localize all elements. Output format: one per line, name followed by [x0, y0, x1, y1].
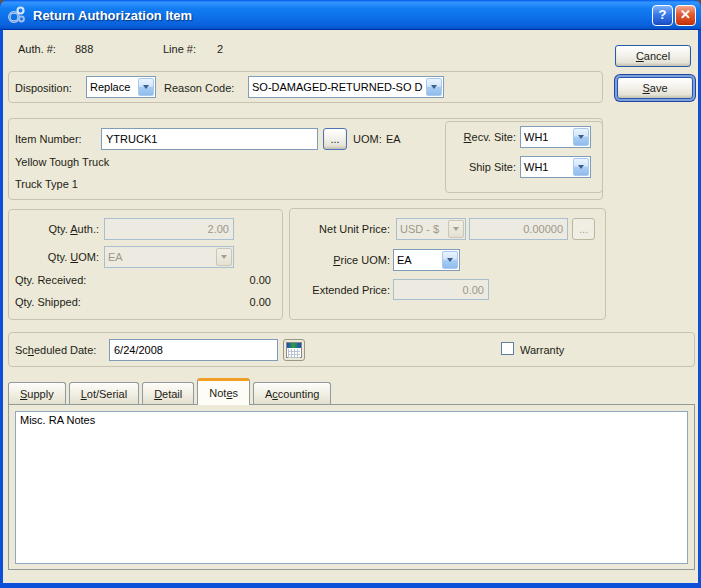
tab-detail-label: Detail	[154, 388, 182, 400]
schedule-group: Scheduled Date: Warranty	[8, 332, 695, 367]
qty-received-value: 0.00	[189, 274, 271, 286]
tab-supply[interactable]: Supply	[8, 382, 66, 404]
chevron-down-icon	[442, 251, 458, 269]
qty-uom-label: Qty. UOM:	[15, 251, 99, 263]
qty-uom-select: EA	[104, 246, 234, 268]
qty-shipped-value: 0.00	[189, 296, 271, 308]
item-group: Item Number: ... UOM: EA Yellow Tough Tr…	[8, 118, 603, 200]
item-number-input[interactable]	[101, 128, 318, 150]
app-gears-icon	[6, 4, 28, 26]
cancel-button[interactable]: Cancel	[615, 45, 691, 67]
qty-group: Qty. Auth.: Qty. UOM: EA Qty. Received: …	[8, 209, 283, 320]
tab-notes-label: Notes	[209, 387, 238, 399]
price-group: Net Unit Price: USD - $ ... Price UOM: E…	[289, 208, 606, 320]
ship-site-select[interactable]: WH1	[520, 156, 591, 178]
tab-accounting-label: Accounting	[265, 388, 319, 400]
item-browse-button[interactable]: ...	[323, 128, 347, 150]
price-uom-select[interactable]: EA	[393, 249, 460, 271]
save-button[interactable]: Save	[617, 77, 693, 99]
close-button[interactable]: ✕	[675, 5, 696, 26]
scheduled-date-input[interactable]	[109, 339, 278, 361]
auth-number-label: Auth. #:	[18, 43, 56, 55]
tab-lot-serial-label: Lot/Serial	[81, 388, 127, 400]
notes-textarea[interactable]: Misc. RA Notes	[15, 411, 688, 564]
net-unit-price-input	[469, 218, 568, 240]
qty-shipped-label: Qty. Shipped:	[15, 296, 81, 308]
close-icon: ✕	[680, 7, 691, 22]
qty-auth-input	[104, 218, 234, 240]
uom-label: UOM:	[353, 133, 382, 145]
titlebar: Return Authorization Item ? ✕	[0, 0, 701, 30]
tab-detail[interactable]: Detail	[142, 382, 194, 404]
notes-tab-panel: Misc. RA Notes	[8, 404, 695, 570]
qty-uom-value: EA	[105, 251, 216, 263]
return-authorization-item-window: Return Authorization Item ? ✕ Auth. #: 8…	[0, 0, 701, 588]
tab-supply-label: Supply	[20, 388, 54, 400]
reason-code-label: Reason Code:	[164, 82, 234, 94]
sites-frame: Recv. Site: WH1 Ship Site: WH1	[445, 121, 603, 193]
help-button[interactable]: ?	[652, 5, 673, 26]
chevron-down-icon	[216, 248, 232, 266]
extended-price-label: Extended Price:	[296, 284, 390, 296]
currency-value: USD - $	[397, 223, 448, 235]
item-number-label: Item Number:	[15, 133, 82, 145]
line-number-label: Line #:	[163, 43, 196, 55]
auth-number-value: 888	[75, 43, 93, 55]
item-description-line1: Yellow Tough Truck	[15, 156, 109, 168]
warranty-checkbox[interactable]	[501, 342, 514, 355]
scheduled-date-label: Scheduled Date:	[15, 344, 96, 356]
item-description-line2: Truck Type 1	[15, 178, 78, 190]
recv-site-value: WH1	[521, 131, 573, 143]
ship-site-value: WH1	[521, 161, 573, 173]
warranty-label: Warranty	[520, 344, 564, 356]
price-uom-label: Price UOM:	[296, 254, 390, 266]
disposition-label: Disposition:	[15, 82, 72, 94]
dialog-body: Auth. #: 888 Line #: 2 Cancel Save Dispo…	[3, 30, 698, 583]
titlebar-buttons: ? ✕	[652, 5, 696, 26]
line-number-value: 2	[217, 43, 223, 55]
tab-lot-serial[interactable]: Lot/Serial	[69, 382, 139, 404]
net-unit-price-label: Net Unit Price:	[296, 223, 390, 235]
window-title: Return Authorization Item	[33, 8, 652, 23]
chevron-down-icon	[573, 128, 589, 146]
disposition-select[interactable]: Replace	[86, 76, 156, 98]
recv-site-select[interactable]: WH1	[520, 126, 591, 148]
chevron-down-icon	[138, 78, 154, 96]
price-uom-value: EA	[394, 254, 442, 266]
question-icon: ?	[659, 7, 667, 22]
qty-auth-label: Qty. Auth.:	[15, 223, 99, 235]
price-browse-button: ...	[572, 218, 595, 240]
calendar-icon	[286, 342, 302, 358]
calendar-button[interactable]	[283, 339, 305, 361]
chevron-down-icon	[448, 220, 464, 238]
disposition-group: Disposition: Replace Reason Code: SO-DAM…	[8, 71, 603, 103]
reason-code-value: SO-DAMAGED-RETURNED-SO D	[249, 81, 426, 93]
chevron-down-icon	[573, 158, 589, 176]
reason-code-select[interactable]: SO-DAMAGED-RETURNED-SO D	[248, 76, 444, 98]
ship-site-label: Ship Site:	[450, 161, 516, 173]
extended-price-input	[393, 279, 489, 300]
tab-accounting[interactable]: Accounting	[253, 382, 331, 404]
tab-bar: Supply Lot/Serial Detail Notes Accountin…	[8, 377, 331, 404]
disposition-value: Replace	[87, 81, 138, 93]
currency-select: USD - $	[396, 218, 466, 240]
qty-received-label: Qty. Received:	[15, 274, 86, 286]
uom-value: EA	[386, 133, 401, 145]
recv-site-label: Recv. Site:	[450, 131, 516, 143]
chevron-down-icon	[426, 78, 442, 96]
tab-notes[interactable]: Notes	[197, 378, 250, 405]
